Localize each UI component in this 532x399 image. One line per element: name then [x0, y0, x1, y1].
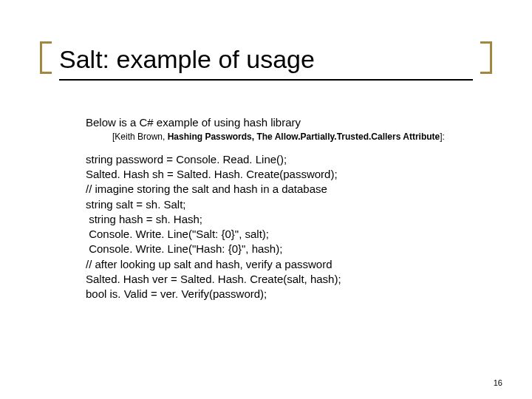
slide-title: Salt: example of usage — [59, 44, 473, 81]
code-line: string hash = sh. Hash; — [86, 212, 473, 227]
citation-prefix: [Keith Brown, — [112, 132, 168, 142]
code-line: string password = Console. Read. Line(); — [86, 152, 473, 167]
code-line: Console. Write. Line("Salt: {0}", salt); — [86, 227, 473, 242]
page-number: 16 — [494, 378, 502, 387]
code-line: // after looking up salt and hash, verif… — [86, 257, 473, 272]
intro-text: Below is a C# example of using hash libr… — [86, 116, 473, 129]
code-block: string password = Console. Read. Line();… — [86, 152, 473, 302]
code-line: Salted. Hash sh = Salted. Hash. Create(p… — [86, 167, 473, 182]
slide: Salt: example of usage Below is a C# exa… — [0, 0, 532, 399]
code-line: Console. Write. Line("Hash: {0}", hash); — [86, 242, 473, 256]
title-block: Salt: example of usage — [59, 44, 473, 81]
code-line: bool is. Valid = ver. Verify(password); — [86, 287, 473, 301]
citation-text: [Keith Brown, Hashing Passwords, The All… — [112, 132, 473, 142]
citation-bold: Hashing Passwords, The Allow.Partially.T… — [168, 132, 440, 142]
citation-suffix: ]: — [440, 132, 445, 142]
code-line: // imagine storing the salt and hash in … — [86, 182, 473, 197]
bracket-left-icon — [40, 41, 52, 74]
code-line: Salted. Hash ver = Salted. Hash. Create(… — [86, 272, 473, 287]
bracket-right-icon — [480, 41, 492, 74]
content-block: Below is a C# example of using hash libr… — [59, 116, 473, 302]
code-line: string salt = sh. Salt; — [86, 197, 473, 212]
